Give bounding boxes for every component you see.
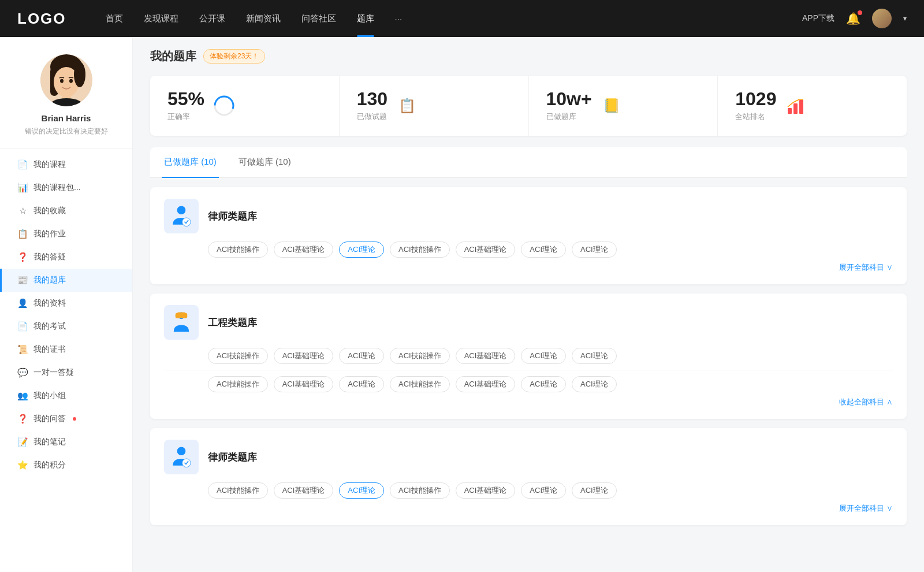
tab-1[interactable]: 可做题库 (10) xyxy=(236,147,293,178)
qbank-card-2: 律师类题库ACI技能操作ACI基础理论ACI理论ACI技能操作ACI基础理论AC… xyxy=(150,428,907,525)
stat-item-2: 10w+已做题库📒 xyxy=(529,76,718,136)
menu-icon-我的积分: ⭐ xyxy=(17,460,28,470)
logo: LOGO xyxy=(17,10,66,28)
qbank-card-icon-1 xyxy=(164,305,199,340)
sidebar-item-我的积分[interactable]: ⭐我的积分 xyxy=(0,454,132,477)
menu-label-一对一答疑: 一对一答疑 xyxy=(33,367,74,378)
qbank-tag-1-5[interactable]: ACI理论 xyxy=(521,348,566,364)
qbank-tag-0-5[interactable]: ACI理论 xyxy=(521,242,566,258)
qbank-tag-0-2[interactable]: ACI理论 xyxy=(339,242,384,258)
nav-item-公开课[interactable]: 公开课 xyxy=(189,0,236,37)
qbank-tag-1-6[interactable]: ACI理论 xyxy=(572,348,617,364)
menu-label-我的资料: 我的资料 xyxy=(33,298,66,309)
qbank-tag-0-4[interactable]: ACI基础理论 xyxy=(456,242,516,258)
svg-point-15 xyxy=(177,206,186,214)
stat-label-0: 正确率 xyxy=(167,112,204,122)
sidebar-username: Brian Harris xyxy=(42,113,91,123)
qbank-tag-2-6[interactable]: ACI理论 xyxy=(572,482,617,499)
page-title: 我的题库 xyxy=(150,49,196,64)
page-header: 我的题库 体验剩余23天！ xyxy=(150,49,907,64)
menu-icon-我的课程包...: 📊 xyxy=(17,183,28,193)
qbank-tag-2-0[interactable]: ACI技能操作 xyxy=(208,482,268,499)
qbank-tag-0-0[interactable]: ACI技能操作 xyxy=(208,242,268,258)
qbank-tag-0-1[interactable]: ACI基础理论 xyxy=(274,242,334,258)
qbank-tag-r2-1-2[interactable]: ACI理论 xyxy=(339,376,384,392)
sidebar-item-我的收藏[interactable]: ☆我的收藏 xyxy=(0,199,132,222)
menu-label-我的作业: 我的作业 xyxy=(33,229,66,239)
qbank-tag-r2-1-1[interactable]: ACI基础理论 xyxy=(274,376,334,392)
main-content: 我的题库 体验剩余23天！ 55%正确率 130已做试题📋10w+已做题库📒10… xyxy=(133,37,924,572)
qbank-tag-1-4[interactable]: ACI基础理论 xyxy=(456,348,516,364)
nav-item-发现课程[interactable]: 发现课程 xyxy=(133,0,189,37)
qbank-card-name-1: 工程类题库 xyxy=(208,316,257,329)
qbank-card-header-1: 工程类题库 xyxy=(164,305,893,340)
qbank-tag-r2-1-5[interactable]: ACI理论 xyxy=(521,376,566,392)
sidebar-item-我的证书[interactable]: 📜我的证书 xyxy=(0,338,132,361)
nav-item-首页[interactable]: 首页 xyxy=(95,0,133,37)
svg-rect-13 xyxy=(793,103,798,114)
qbank-tag-1-3[interactable]: ACI技能操作 xyxy=(390,348,450,364)
qbank-tags-row2-1: ACI技能操作ACI基础理论ACI理论ACI技能操作ACI基础理论ACI理论AC… xyxy=(208,376,893,392)
sidebar-item-我的作业[interactable]: 📋我的作业 xyxy=(0,222,132,246)
nav-item-问答社区[interactable]: 问答社区 xyxy=(291,0,346,37)
stat-value-0: 55% xyxy=(167,90,204,108)
app-download-button[interactable]: APP下载 xyxy=(802,13,834,24)
stat-value-1: 130 xyxy=(357,90,388,108)
navbar-right: APP下载 🔔 ▾ xyxy=(802,9,907,28)
svg-point-20 xyxy=(177,447,186,455)
qbank-tag-2-1[interactable]: ACI基础理论 xyxy=(274,482,334,499)
qbank-tag-1-0[interactable]: ACI技能操作 xyxy=(208,348,268,364)
notification-bell[interactable]: 🔔 xyxy=(846,12,860,25)
sidebar-item-我的题库[interactable]: 📰我的题库 xyxy=(0,269,132,292)
sidebar-item-我的笔记[interactable]: 📝我的笔记 xyxy=(0,430,132,454)
nav-item-新闻资讯[interactable]: 新闻资讯 xyxy=(236,0,291,37)
qbank-tag-1-1[interactable]: ACI基础理论 xyxy=(274,348,334,364)
qbank-tag-r2-1-6[interactable]: ACI理论 xyxy=(572,376,617,392)
sidebar-item-我的课程[interactable]: 📄我的课程 xyxy=(0,153,132,176)
qbank-tag-2-4[interactable]: ACI基础理论 xyxy=(456,482,516,499)
sidebar-item-我的资料[interactable]: 👤我的资料 xyxy=(0,292,132,315)
qbank-tag-2-2[interactable]: ACI理论 xyxy=(339,482,384,499)
qbank-expand-1[interactable]: 收起全部科目 ∧ xyxy=(164,392,893,407)
qbank-tag-r2-1-0[interactable]: ACI技能操作 xyxy=(208,376,268,392)
qbank-tag-1-2[interactable]: ACI理论 xyxy=(339,348,384,364)
qbank-expand-2[interactable]: 展开全部科目 ∨ xyxy=(164,499,893,514)
qbank-expand-0[interactable]: 展开全部科目 ∨ xyxy=(164,258,893,273)
svg-point-11 xyxy=(218,100,230,112)
menu-label-我的课程包...: 我的课程包... xyxy=(33,183,81,193)
stat-icon-2: 📒 xyxy=(601,95,622,116)
qbank-card-1: 工程类题库ACI技能操作ACI基础理论ACI理论ACI技能操作ACI基础理论AC… xyxy=(150,294,907,419)
user-avatar[interactable] xyxy=(872,9,892,28)
menu-icon-我的问答: ❓ xyxy=(17,414,28,424)
menu-label-我的课程: 我的课程 xyxy=(33,159,66,170)
qbank-tags-2: ACI技能操作ACI基础理论ACI理论ACI技能操作ACI基础理论ACI理论AC… xyxy=(208,482,893,499)
menu-icon-我的证书: 📜 xyxy=(17,344,28,355)
qbank-tag-2-3[interactable]: ACI技能操作 xyxy=(390,482,450,499)
user-dropdown-arrow[interactable]: ▾ xyxy=(903,14,907,23)
sidebar-item-我的答疑[interactable]: ❓我的答疑 xyxy=(0,246,132,269)
stats-row: 55%正确率 130已做试题📋10w+已做题库📒1029全站排名 xyxy=(150,76,907,136)
sidebar-item-一对一答疑[interactable]: 💬一对一答疑 xyxy=(0,361,132,384)
qbank-tag-r2-1-3[interactable]: ACI技能操作 xyxy=(390,376,450,392)
stat-label-3: 全站排名 xyxy=(735,112,776,122)
menu-label-我的小组: 我的小组 xyxy=(33,391,66,401)
nav-item-题库[interactable]: 题库 xyxy=(346,0,385,37)
qbank-tag-2-5[interactable]: ACI理论 xyxy=(521,482,566,499)
nav-menu: 首页发现课程公开课新闻资讯问答社区题库··· xyxy=(95,0,802,37)
sidebar-item-我的问答[interactable]: ❓我的问答 xyxy=(0,407,132,430)
qbank-tag-0-3[interactable]: ACI技能操作 xyxy=(390,242,450,258)
stat-item-0: 55%正确率 xyxy=(150,76,340,136)
sidebar-item-我的考试[interactable]: 📄我的考试 xyxy=(0,315,132,338)
qbank-card-0: 律师类题库ACI技能操作ACI基础理论ACI理论ACI技能操作ACI基础理论AC… xyxy=(150,187,907,284)
tab-0[interactable]: 已做题库 (10) xyxy=(162,147,219,178)
nav-item-···[interactable]: ··· xyxy=(385,0,413,37)
sidebar-item-我的小组[interactable]: 👥我的小组 xyxy=(0,384,132,407)
menu-icon-我的作业: 📋 xyxy=(17,229,28,239)
notification-dot xyxy=(858,10,862,15)
menu-label-我的题库: 我的题库 xyxy=(33,275,66,285)
avatar-image xyxy=(872,9,892,28)
sidebar-item-我的课程包...[interactable]: 📊我的课程包... xyxy=(0,176,132,199)
qbank-tag-r2-1-4[interactable]: ACI基础理论 xyxy=(456,376,516,392)
stat-value-2: 10w+ xyxy=(546,90,592,108)
qbank-tag-0-6[interactable]: ACI理论 xyxy=(572,242,617,258)
